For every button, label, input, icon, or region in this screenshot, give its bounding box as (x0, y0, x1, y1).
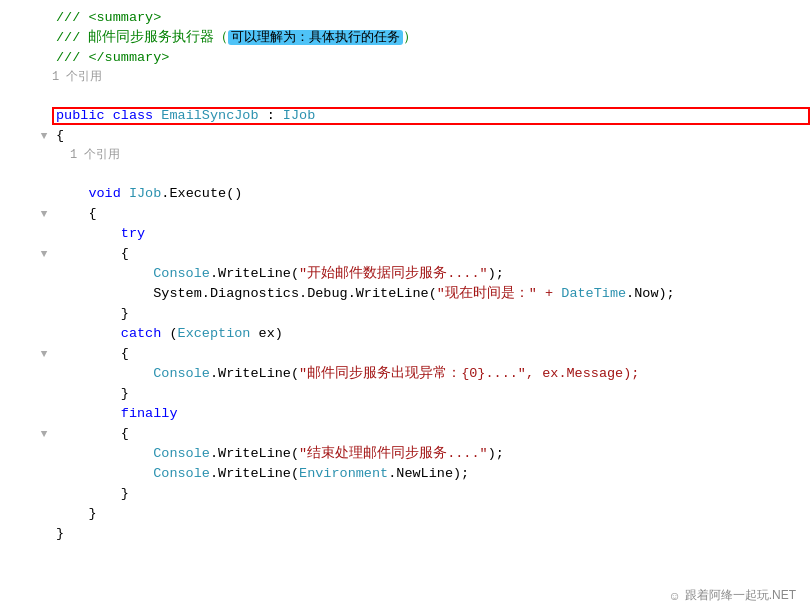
token: .NewLine); (388, 466, 469, 481)
token: System.Diagnostics.Debug.WriteLine( (153, 286, 437, 301)
line-content: { (52, 204, 812, 224)
line-content (52, 164, 812, 184)
annotation-bubble: 可以理解为：具体执行的任务 (228, 30, 403, 45)
token: { (88, 206, 96, 221)
token: try (121, 226, 145, 241)
token: .WriteLine( (210, 266, 299, 281)
code-line: /// </summary> (0, 48, 812, 68)
watermark-icon: ☺ (668, 589, 680, 603)
token: catch (121, 326, 170, 341)
code-line (0, 164, 812, 184)
line-content: } (52, 384, 812, 404)
ref-count: 1 个引用 (0, 146, 812, 164)
token: .WriteLine( (210, 366, 299, 381)
token: Console (153, 466, 210, 481)
line-content: /// <summary> (52, 8, 812, 28)
line-content: /// </summary> (52, 48, 812, 68)
token: Exception (178, 326, 251, 341)
code-line: public class EmailSyncJob : IJob (0, 106, 812, 126)
token: ); (488, 446, 504, 461)
line-content: Console.WriteLine("开始邮件数据同步服务...."); (52, 264, 812, 284)
code-line: /// <summary> (0, 8, 812, 28)
token: .WriteLine( (210, 466, 299, 481)
token: ( (169, 326, 177, 341)
token: EmailSyncJob (161, 108, 258, 123)
line-content: finally (52, 404, 812, 424)
code-line: } (0, 304, 812, 324)
code-line: Console.WriteLine("开始邮件数据同步服务...."); (0, 264, 812, 284)
token: ex) (250, 326, 282, 341)
code-line: ▼ { (0, 424, 812, 444)
watermark-text: 跟着阿绛一起玩.NET (685, 587, 796, 604)
line-content: { (52, 424, 812, 444)
line-content: catch (Exception ex) (52, 324, 812, 344)
token: class (113, 108, 162, 123)
token: } (56, 526, 64, 541)
token: DateTime (561, 286, 626, 301)
code-line: ▼ { (0, 244, 812, 264)
token: IJob (129, 186, 161, 201)
line-content: /// 邮件同步服务执行器（可以理解为：具体执行的任务） (52, 28, 812, 48)
token: .WriteLine( (210, 446, 299, 461)
line-content: { (52, 244, 812, 264)
fold-indicator[interactable]: ▼ (36, 424, 52, 444)
fold-indicator[interactable]: ▼ (36, 244, 52, 264)
token: "邮件同步服务出现异常：{0}....", ex.Message); (299, 366, 639, 381)
token: IJob (283, 108, 315, 123)
code-line: } (0, 484, 812, 504)
line-content: } (52, 504, 812, 524)
token: } (121, 486, 129, 501)
token: { (121, 246, 129, 261)
line-content: { (52, 344, 812, 364)
code-line: Console.WriteLine(Environment.NewLine); (0, 464, 812, 484)
line-content: void IJob.Execute() (52, 184, 812, 204)
line-content: { (52, 126, 812, 146)
token: ） (403, 30, 417, 45)
code-line: } (0, 524, 812, 544)
token: } (88, 506, 96, 521)
watermark: ☺ 跟着阿绛一起玩.NET (668, 587, 796, 604)
fold-indicator[interactable]: ▼ (36, 344, 52, 364)
token: ); (488, 266, 504, 281)
code-line: finally (0, 404, 812, 424)
token: "开始邮件数据同步服务...." (299, 266, 488, 281)
fold-indicator[interactable]: ▼ (36, 126, 52, 146)
token: /// </summary> (56, 50, 169, 65)
token: Console (153, 366, 210, 381)
token: { (121, 426, 129, 441)
token: } (121, 386, 129, 401)
code-line: void IJob.Execute() (0, 184, 812, 204)
fold-indicator[interactable]: ▼ (36, 204, 52, 224)
code-line: Console.WriteLine("结束处理邮件同步服务...."); (0, 444, 812, 464)
line-content: } (52, 524, 812, 544)
token: : (259, 108, 283, 123)
token: /// 邮件同步服务执行器（ (56, 30, 228, 45)
token: "现在时间是：" + (437, 286, 562, 301)
code-line: Console.WriteLine("邮件同步服务出现异常：{0}....", … (0, 364, 812, 384)
token: finally (121, 406, 178, 421)
token: public (56, 108, 113, 123)
token: "结束处理邮件同步服务...." (299, 446, 488, 461)
code-editor: /// <summary>/// 邮件同步服务执行器（可以理解为：具体执行的任务… (0, 0, 812, 616)
token: { (56, 128, 64, 143)
line-content: System.Diagnostics.Debug.WriteLine("现在时间… (52, 284, 812, 304)
token: Console (153, 446, 210, 461)
ref-count: 1 个引用 (0, 68, 812, 86)
line-content: Console.WriteLine("结束处理邮件同步服务...."); (52, 444, 812, 464)
token: .Execute() (161, 186, 242, 201)
code-line: ▼ { (0, 344, 812, 364)
token: void (88, 186, 129, 201)
token: Environment (299, 466, 388, 481)
token: Console (153, 266, 210, 281)
code-line (0, 86, 812, 106)
code-line: } (0, 504, 812, 524)
token: { (121, 346, 129, 361)
token: .Now); (626, 286, 675, 301)
code-line: ▼ { (0, 204, 812, 224)
token: } (121, 306, 129, 321)
line-content: Console.WriteLine(Environment.NewLine); (52, 464, 812, 484)
line-content: public class EmailSyncJob : IJob (52, 106, 812, 126)
code-area: /// <summary>/// 邮件同步服务执行器（可以理解为：具体执行的任务… (0, 0, 812, 552)
line-content: } (52, 304, 812, 324)
code-line: ▼{ (0, 126, 812, 146)
